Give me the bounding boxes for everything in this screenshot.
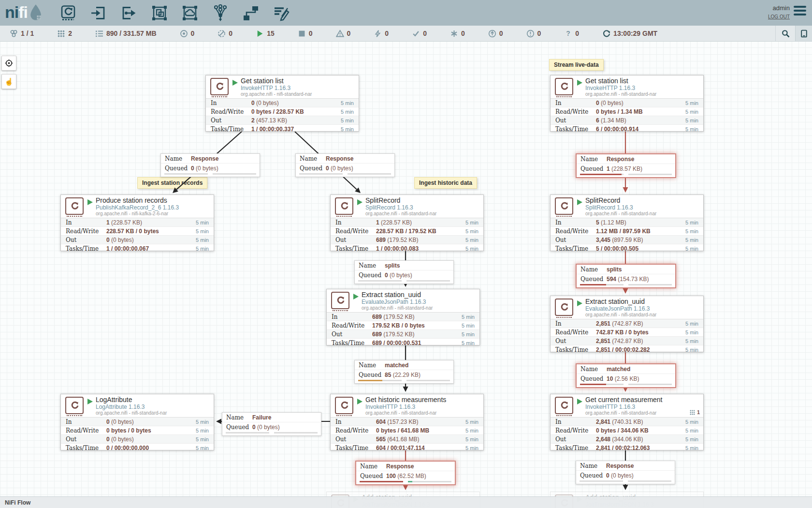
processor-stamp-icon bbox=[65, 397, 84, 414]
connection-queued-value: 594 (154.73 KB) bbox=[607, 276, 649, 283]
processor[interactable]: SplitRecord SplitRecord 1.16.3 org.apach… bbox=[550, 194, 704, 251]
running-state-icon bbox=[87, 399, 93, 404]
search-button[interactable] bbox=[775, 26, 795, 41]
stat-row: Out0 (0 bytes)5 min bbox=[61, 235, 214, 244]
flow-canvas[interactable]: Stream live-dataIngest station recordsIn… bbox=[0, 0, 812, 508]
global-menu-button[interactable] bbox=[794, 6, 806, 17]
connection-label[interactable]: Name matched Queued 10 (2.56 KB) bbox=[576, 363, 676, 388]
connection-name-value: Response bbox=[326, 155, 353, 162]
stat-row: Tasks/Time689 / 00:00:00.5315 min bbox=[327, 338, 479, 347]
funnel-icon[interactable] bbox=[211, 4, 230, 22]
processor-stamp-icon bbox=[555, 397, 573, 414]
connection-label[interactable]: Name Response Queued 0 (0 bytes) bbox=[576, 461, 675, 484]
stat-row: Out565 (641.68 MB)5 min bbox=[331, 434, 483, 443]
logout-link[interactable]: LOG OUT bbox=[768, 14, 790, 19]
processor[interactable]: Extract station_uuid EvaluateJsonPath 1.… bbox=[326, 289, 480, 345]
stat-row: In0 (0 bytes)5 min bbox=[61, 418, 214, 426]
stat-row: Read/Write742.87 KB / 0 bytes5 min bbox=[551, 328, 703, 336]
app-header: nifi admin LOG OUT bbox=[0, 0, 812, 26]
stat-row: Tasks/Time1 / 00:00:00.0835 min bbox=[331, 244, 483, 253]
processor-type: LogAttribute 1.16.3 bbox=[96, 403, 210, 410]
processor[interactable]: Produce station records PublishKafkaReco… bbox=[60, 194, 214, 251]
invalid-icon bbox=[336, 30, 344, 38]
status-count: 0 bbox=[461, 30, 465, 37]
connection-label[interactable]: Name splits Queued 594 (154.73 KB) bbox=[576, 264, 676, 288]
processor[interactable]: Extract station_uuid EvaluateJsonPath 1.… bbox=[550, 296, 704, 352]
processor[interactable]: Get station list InvokeHTTP 1.16.3 org.a… bbox=[550, 75, 704, 132]
connection-label[interactable]: Name Failure Queued 0 (0 bytes) bbox=[222, 412, 321, 436]
stat-row: Tasks/Time0 / 00:00:00.0005 min bbox=[61, 443, 214, 452]
processor-stats: In604 (157.23 KB)5 minRead/Write0 bytes … bbox=[331, 417, 483, 450]
birdseye-icon bbox=[5, 59, 13, 67]
stat-row: Out3,445 (897.59 KB)5 min bbox=[551, 235, 703, 244]
logo-text-ni: ni bbox=[5, 3, 18, 21]
flow-label[interactable]: Ingest historic data bbox=[414, 177, 477, 189]
connection-queued-key: Queued bbox=[580, 472, 606, 479]
stat-row: Read/Write0 bytes / 1.34 MB5 min bbox=[551, 107, 703, 116]
active-threads-status: 2 bbox=[57, 30, 72, 38]
logo-text-fi: fi bbox=[18, 3, 28, 21]
connection-label[interactable]: Name matched Queued 85 (22.29 KB) bbox=[354, 360, 454, 384]
processor-bundle: org.apache.nifi - nifi-standard-nar bbox=[585, 410, 699, 416]
processor-stamp-icon bbox=[555, 299, 573, 316]
processor[interactable]: Get station list InvokeHTTP 1.16.3 org.a… bbox=[205, 75, 359, 132]
processor[interactable]: Get historic measurements InvokeHTTP 1.1… bbox=[330, 394, 484, 450]
status-count: 0 bbox=[385, 30, 389, 37]
processor-title: LogAttribute bbox=[96, 396, 210, 403]
connection-label[interactable]: Name Response Queued 0 (0 bytes) bbox=[295, 153, 395, 177]
stopped-status: 0 bbox=[298, 30, 313, 38]
processor-bundle: org.apache.nifi - nifi-standard-nar bbox=[365, 211, 479, 217]
stat-row: Read/Write0 bytes / 641.68 MB5 min bbox=[331, 426, 483, 434]
connection-queued-key: Queued bbox=[580, 165, 607, 172]
template-icon[interactable] bbox=[242, 4, 260, 22]
processor[interactable]: LogAttribute LogAttribute 1.16.3 org.apa… bbox=[60, 394, 214, 450]
refresh-status[interactable]: 13:00:29 GMT bbox=[602, 30, 657, 38]
processor-stats: In689 (179.52 KB)5 minRead/Write179.52 K… bbox=[327, 312, 479, 345]
breadcrumb-root-link[interactable]: NiFi Flow bbox=[5, 499, 30, 506]
processor-stamp-icon bbox=[210, 78, 229, 95]
flow-label[interactable]: Stream live-data bbox=[549, 59, 604, 71]
processor[interactable]: Get current measurement InvokeHTTP 1.16.… bbox=[550, 394, 704, 450]
processor-icon[interactable] bbox=[59, 4, 77, 22]
processor-stamp-icon bbox=[555, 197, 573, 215]
threads-icon bbox=[690, 410, 695, 415]
bulletin-board-button[interactable] bbox=[795, 26, 812, 41]
output-port-icon[interactable] bbox=[120, 4, 138, 22]
label-icon[interactable] bbox=[272, 4, 290, 22]
connection-name-value: matched bbox=[607, 366, 630, 373]
running-state-icon bbox=[357, 399, 362, 404]
processor-stats: In0 (0 bytes)5 minRead/Write0 bytes / 1.… bbox=[551, 98, 703, 131]
connection-name-key: Name bbox=[580, 366, 607, 373]
status-count: 0 bbox=[499, 30, 503, 37]
breadcrumb-bar: NiFi Flow bbox=[0, 496, 812, 508]
processor-stats: In0 (0 bytes)5 minRead/Write0 bytes / 22… bbox=[206, 98, 359, 131]
navigate-palette-button[interactable] bbox=[1, 56, 16, 71]
status-count: 0 bbox=[347, 30, 351, 37]
connection-label[interactable]: Name splits Queued 0 (0 bytes) bbox=[354, 260, 454, 284]
connection-threshold-bars bbox=[577, 173, 675, 177]
status-count: 0 bbox=[309, 30, 313, 37]
connection-name-value: Response bbox=[191, 155, 218, 162]
stat-row: Tasks/Time2,841 / 00:02:12.0635 min bbox=[551, 443, 703, 452]
connection-label[interactable]: Name Response Queued 1 (228.57 KB) bbox=[576, 153, 676, 178]
active-threads-badge: 1 bbox=[690, 409, 700, 415]
processor-type: EvaluateJsonPath 1.16.3 bbox=[585, 305, 699, 312]
processor-stamp-icon bbox=[335, 397, 353, 414]
process-group-icon[interactable] bbox=[150, 4, 169, 22]
sync-failure-icon: ? bbox=[564, 30, 572, 38]
cluster-icon bbox=[10, 30, 18, 38]
connection-name-value: Response bbox=[606, 463, 634, 469]
status-count: 0 bbox=[191, 30, 195, 37]
connection-label[interactable]: Name Response Queued 100 (62.52 MB) bbox=[355, 461, 456, 485]
disabled-icon bbox=[374, 30, 382, 38]
cluster-status: 1 / 1 bbox=[10, 30, 34, 38]
flow-label[interactable]: Ingest station records bbox=[137, 177, 207, 189]
processor[interactable]: SplitRecord SplitRecord 1.16.3 org.apach… bbox=[330, 194, 484, 251]
status-count: 0 bbox=[537, 30, 541, 37]
operate-palette-button[interactable]: ☝ bbox=[1, 74, 16, 89]
connection-threshold-bars bbox=[356, 480, 455, 484]
remote-process-group-icon[interactable] bbox=[181, 4, 199, 22]
connection-name-value: splits bbox=[385, 262, 400, 269]
input-port-icon[interactable] bbox=[89, 4, 108, 22]
connection-label[interactable]: Name Response Queued 0 (0 bytes) bbox=[160, 153, 260, 177]
